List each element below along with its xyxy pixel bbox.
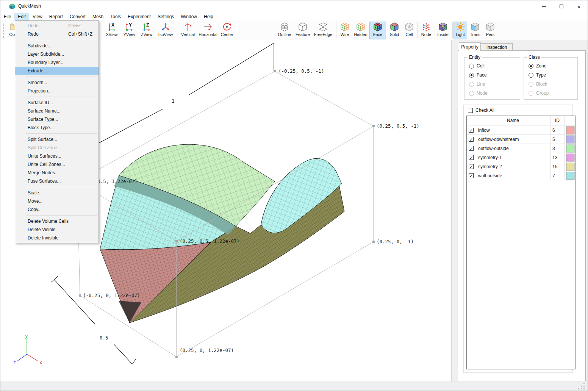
menu-item-smooth[interactable]: Smooth... [15,78,99,87]
zone-id: 13 [552,153,557,162]
menu-convert[interactable]: Convert [66,13,89,20]
zone-color-swatch[interactable] [566,172,575,180]
resize-grip[interactable] [579,383,585,389]
minimize-button[interactable] [535,0,553,13]
menu-item-delete-volume-cells[interactable]: Delete Volume Cells [15,217,99,225]
outline-button[interactable]: Outline [275,22,294,39]
menu-item-copy[interactable]: Copy... [15,205,99,214]
radio-zone[interactable]: Zone [529,63,546,69]
freeedge-button[interactable]: FreeEdge [312,22,335,39]
table-row[interactable]: ✓ wall-outside 7 [467,171,575,180]
check-all[interactable]: Check All [468,108,494,113]
menu-item-projection[interactable]: Projection... [15,87,99,95]
xview-button[interactable]: X XView [103,22,120,39]
menu-report[interactable]: Report [46,13,66,20]
horizontal-button[interactable]: Horizontal [197,22,219,39]
pers-button[interactable]: Pers [483,22,497,39]
table-row[interactable]: ✓ outflow-downstream 5 [467,135,575,144]
menu-item-block-type[interactable]: Block Type... [15,124,99,132]
toolbar-grip[interactable] [3,23,4,38]
vertical-button[interactable]: Vertical [178,22,197,39]
table-row[interactable]: ✓ inflow 6 [467,126,575,135]
inside-button[interactable]: Inside [434,22,452,39]
radio-zone-icon[interactable] [529,64,533,69]
table-row[interactable]: ✓ outflow-outside 3 [467,144,575,153]
column-name[interactable]: Name [476,116,550,125]
zone-color-swatch[interactable] [566,153,575,162]
menu-item-unite-cell-zones[interactable]: Unite Cell Zones... [15,160,99,169]
menu-item-layer-subdivide[interactable]: Layer Subdivide... [15,50,99,58]
menu-item-subdivide[interactable]: Subdivide... [15,42,99,50]
solid-button[interactable]: Solid [386,22,402,39]
inside-icon [438,22,448,32]
menu-item-redo[interactable]: RedoCtrl+Shift+Z [15,30,99,38]
radio-cell[interactable]: Cell [469,63,485,69]
menu-item-split-surface[interactable]: Split Surface... [15,135,99,144]
radio-face-icon[interactable] [469,73,474,78]
menu-item-boundary-layer[interactable]: Boundary Layer... [15,58,99,67]
menu-item-surface-name[interactable]: Surface Name... [15,107,99,115]
menu-settings[interactable]: Settings [154,13,177,20]
radio-node: Node [469,90,488,96]
column-id[interactable]: ID [550,116,565,125]
feature-button[interactable]: Feature [294,22,312,39]
menu-item-move[interactable]: Move... [15,197,99,205]
class-title: Class [527,55,541,60]
tab-inspection[interactable]: Inspection [481,43,513,51]
axis-triad: y z x [13,333,42,365]
menu-item-extrude[interactable]: Extrude... [15,67,99,75]
table-row[interactable]: ✓ symmetry-1 13 [467,153,575,162]
row-checkbox[interactable]: ✓ [469,173,474,178]
menu-item-merge-nodes[interactable]: Merge Nodes... [15,169,99,177]
face-button[interactable]: Face [369,22,386,39]
trans-button[interactable]: Trans [467,22,483,39]
radio-line-label: Line [477,81,485,87]
isoview-button[interactable]: IsoView [155,22,176,39]
vertical-label: Vertical [181,32,195,37]
radio-cell-icon[interactable] [469,64,474,69]
center-button[interactable]: Center [219,22,235,39]
wire-button[interactable]: Wire [338,22,352,39]
menu-edit[interactable]: Edit [14,13,29,20]
hidden-button[interactable]: Hidden [352,22,369,39]
node-button[interactable]: Node [419,22,434,39]
menu-item-delete-visible[interactable]: Delete Visible [15,225,99,234]
tab-property[interactable]: Property [459,42,481,51]
radio-type-icon[interactable] [529,73,533,78]
row-checkbox[interactable]: ✓ [469,146,474,151]
menu-tools[interactable]: Tools [107,13,124,20]
menu-window[interactable]: Window [177,13,200,20]
menu-experiment[interactable]: Experiment [124,13,154,20]
zview-button[interactable]: Z ZView [138,22,155,39]
menu-item-unite-surfaces[interactable]: Unite Surfaces... [15,152,99,160]
zone-color-swatch[interactable] [566,135,575,144]
menu-view[interactable]: View [29,13,46,20]
row-checkbox[interactable]: ✓ [469,155,474,160]
check-all-checkbox[interactable] [468,108,473,113]
row-checkbox[interactable]: ✓ [469,164,474,169]
maximize-button[interactable] [553,0,570,13]
close-button[interactable]: × [570,0,588,13]
row-checkbox[interactable]: ✓ [469,137,474,142]
menu-item-fuse-surfaces[interactable]: Fuse Surfaces... [15,177,99,185]
menu-item-surface-type[interactable]: Surface Type... [15,115,99,124]
zone-id: 6 [552,126,555,135]
zone-color-swatch[interactable] [566,163,575,171]
zone-color-swatch[interactable] [566,126,575,135]
menu-file[interactable]: File [0,13,14,20]
yview-button[interactable]: Y YView [120,22,138,39]
table-row[interactable]: ✓ symmetry-2 15 [467,162,575,171]
menu-item-surface-id[interactable]: Surface ID... [15,99,99,107]
cell-button[interactable]: Cell [402,22,416,39]
radio-face[interactable]: Face [469,72,487,78]
menu-mesh[interactable]: Mesh [89,13,107,20]
row-checkbox[interactable]: ✓ [469,128,474,133]
menu-help[interactable]: Help [200,13,217,20]
zone-table-header: Name ID [467,116,575,125]
menu-item-scale[interactable]: Scale... [15,189,99,197]
radio-type[interactable]: Type [529,72,546,78]
menu-item-delete-invisible[interactable]: Delete Invisible [15,234,99,242]
freeedge-label: FreeEdge [314,32,332,37]
zone-color-swatch[interactable] [566,144,575,153]
light-button[interactable]: Light [454,22,467,39]
